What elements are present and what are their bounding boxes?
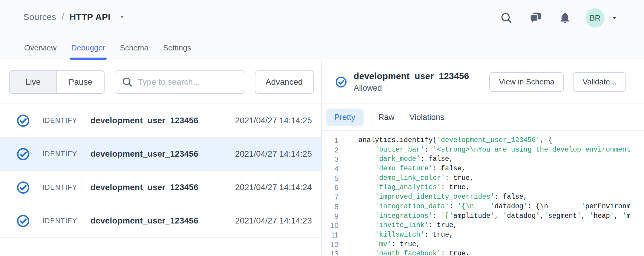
header-actions: BR	[500, 8, 618, 27]
code-line: 4 'demo_feature': false,	[322, 164, 644, 174]
allowed-check-icon	[16, 214, 30, 228]
event-row[interactable]: IDENTIFY development_user_123456 2021/04…	[0, 204, 321, 238]
search-icon[interactable]	[500, 12, 513, 24]
allowed-check-icon	[16, 181, 30, 194]
code-line-content: 'demo_feature': false,	[338, 164, 644, 174]
event-detail-actions: View in SchemaValidate...	[489, 72, 626, 92]
live-pause-toggle: Live Pause	[9, 70, 105, 94]
allowed-check-icon	[335, 76, 347, 88]
view-in-schema-button[interactable]: View in Schema	[489, 72, 564, 92]
code-line: 6 'flag_analytics': true,	[322, 183, 644, 192]
advanced-button[interactable]: Advanced	[255, 70, 314, 94]
code-line: 8 'integration_data': '{\n 'datadog': {\…	[322, 202, 644, 212]
code-viewer: 1 analytics.identify('development_user_1…	[322, 131, 644, 255]
event-timestamp: 2021/04/27 14:14:23	[235, 216, 312, 226]
app-header: Sources / HTTP API	[0, 0, 644, 60]
line-number: 11	[322, 230, 338, 240]
tab-debugger[interactable]: Debugger	[71, 43, 105, 60]
validate-button[interactable]: Validate...	[573, 72, 626, 92]
code-line-content: 'mv': true,	[338, 240, 644, 249]
status-badge: Allowed	[354, 84, 469, 93]
tab-settings[interactable]: Settings	[163, 43, 191, 60]
source-switcher-caret-icon[interactable]	[119, 14, 125, 20]
event-detail-panel: development_user_123456 Allowed View in …	[322, 60, 644, 255]
code-line-content: 'dark_mode': false,	[338, 155, 644, 164]
code-line-content: 'improved_identity_overrides': false,	[338, 192, 644, 202]
tab-raw[interactable]: Raw	[378, 113, 395, 122]
code-line-content: 'killswitch': true,	[338, 230, 644, 240]
line-number: 5	[322, 174, 338, 183]
event-detail-titles: development_user_123456 Allowed	[354, 71, 469, 93]
avatar[interactable]: BR	[585, 8, 605, 27]
debugger-screen: Sources / HTTP API	[0, 0, 644, 256]
line-number: 4	[322, 164, 338, 174]
event-stream-panel: Live Pause Advanced	[0, 60, 322, 255]
code-line: 2 'butter_bar': '<strong>\nYou are using…	[322, 145, 644, 155]
code-line: 5 'demo_link_color': true,	[322, 174, 644, 183]
tab-schema[interactable]: Schema	[120, 43, 148, 60]
code-line: 13 'oauth_facebook': true,	[322, 249, 644, 255]
line-number: 1	[322, 136, 338, 145]
tab-overview[interactable]: Overview	[24, 43, 56, 60]
code-line: 3 'dark_mode': false,	[322, 155, 644, 164]
line-number: 8	[322, 202, 338, 212]
code-line-content: analytics.identify('development_user_123…	[338, 136, 644, 145]
main-content: Live Pause Advanced	[0, 60, 644, 255]
line-number: 7	[322, 192, 338, 202]
event-name: development_user_123456	[91, 183, 198, 192]
event-type-label: IDENTIFY	[42, 117, 91, 125]
code-line: 9 'integrations': '['amplitude', 'datado…	[322, 212, 644, 221]
allowed-check-icon	[16, 147, 30, 161]
event-list: IDENTIFY development_user_123456 2021/04…	[0, 104, 321, 255]
breadcrumb-separator: /	[62, 12, 64, 22]
search-box	[115, 70, 245, 94]
line-number: 13	[322, 249, 338, 255]
live-button[interactable]: Live	[10, 71, 57, 93]
account-menu-caret-icon[interactable]	[611, 14, 618, 22]
code-line-content: 'demo_link_color': true,	[338, 174, 644, 183]
line-number: 3	[322, 155, 338, 164]
code-line: 11 'killswitch': true,	[322, 230, 644, 240]
code-line: 10 'invite_link': true,	[322, 221, 644, 230]
event-type-label: IDENTIFY	[42, 150, 91, 158]
code-line-content: 'oauth_facebook': true,	[338, 249, 644, 255]
notifications-icon[interactable]	[559, 12, 571, 24]
code-line-content: 'butter_bar': '<strong>\nYou are using t…	[338, 145, 644, 155]
search-icon	[122, 77, 133, 87]
code-line-content: 'integrations': '['amplitude', 'datadog'…	[338, 212, 644, 221]
line-number: 10	[322, 221, 338, 230]
code-line: 12 'mv': true,	[322, 240, 644, 249]
line-number: 12	[322, 240, 338, 249]
line-number: 9	[322, 212, 338, 221]
search-input[interactable]	[137, 77, 238, 87]
breadcrumb-sources-link[interactable]: Sources	[23, 12, 56, 22]
event-timestamp: 2021/04/27 14:14:25	[235, 116, 312, 125]
detail-view-tabs: PrettyRawViolations	[322, 104, 644, 131]
code-line-content: 'invite_link': true,	[338, 221, 644, 230]
breadcrumb: Sources / HTTP API	[23, 12, 125, 22]
allowed-check-icon	[16, 114, 30, 127]
chat-icon[interactable]	[529, 12, 542, 24]
event-timestamp: 2021/04/27 14:14:25	[235, 149, 312, 159]
event-row[interactable]: IDENTIFY development_user_123456 2021/04…	[0, 138, 321, 171]
code-line: 1 analytics.identify('development_user_1…	[322, 136, 644, 145]
event-name: development_user_123456	[91, 116, 198, 125]
tab-pretty[interactable]: Pretty	[326, 109, 364, 126]
event-timestamp: 2021/04/27 14:14:24	[235, 183, 312, 192]
breadcrumb-source-name: HTTP API	[69, 12, 110, 22]
event-row[interactable]: IDENTIFY development_user_123456 2021/04…	[0, 104, 321, 138]
stream-controls: Live Pause Advanced	[0, 60, 321, 104]
pause-button[interactable]: Pause	[57, 71, 104, 93]
tab-violations[interactable]: Violations	[410, 113, 444, 122]
event-row[interactable]: IDENTIFY development_user_123456 2021/04…	[0, 171, 321, 204]
event-detail-header: development_user_123456 Allowed View in …	[322, 60, 644, 104]
primary-tabs: OverviewDebuggerSchemaSettings	[24, 43, 191, 60]
code-line: 7 'improved_identity_overrides': false,	[322, 192, 644, 202]
event-title: development_user_123456	[354, 71, 469, 81]
event-name: development_user_123456	[91, 149, 198, 159]
event-type-label: IDENTIFY	[42, 217, 91, 225]
line-number: 6	[322, 183, 338, 192]
event-type-label: IDENTIFY	[42, 183, 91, 192]
line-number: 2	[322, 145, 338, 155]
code-line-content: 'integration_data': '{\n 'datadog': {\n …	[338, 202, 644, 212]
